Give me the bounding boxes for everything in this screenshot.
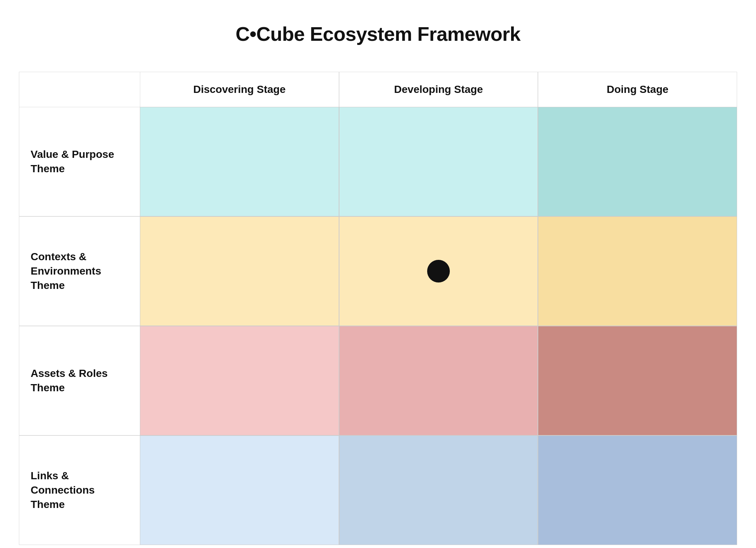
row-label-assets-roles: Assets & RolesTheme <box>19 326 140 435</box>
row-label-value-purpose: Value & PurposeTheme <box>19 107 140 216</box>
cell-assets-developing <box>339 326 538 435</box>
dot-marker <box>427 260 450 282</box>
row-label-links-connections: Links &ConnectionsTheme <box>19 435 140 545</box>
cell-links-developing <box>339 435 538 545</box>
cell-assets-discovering <box>140 326 339 435</box>
cell-contexts-developing <box>339 216 538 326</box>
page-title: C•Cube Ecosystem Framework <box>235 23 521 45</box>
cell-contexts-discovering <box>140 216 339 326</box>
cell-links-doing <box>538 435 737 545</box>
row-label-contexts-environments: Contexts &EnvironmentsTheme <box>19 216 140 326</box>
cell-value-purpose-developing <box>339 107 538 216</box>
header-developing: Developing Stage <box>339 72 538 107</box>
header-discovering: Discovering Stage <box>140 72 339 107</box>
cell-contexts-doing <box>538 216 737 326</box>
cell-value-purpose-discovering <box>140 107 339 216</box>
cell-assets-doing <box>538 326 737 435</box>
framework-grid: Discovering Stage Developing Stage Doing… <box>19 72 737 545</box>
header-empty-cell <box>19 72 140 107</box>
cell-value-purpose-doing <box>538 107 737 216</box>
cell-links-discovering <box>140 435 339 545</box>
header-doing: Doing Stage <box>538 72 737 107</box>
